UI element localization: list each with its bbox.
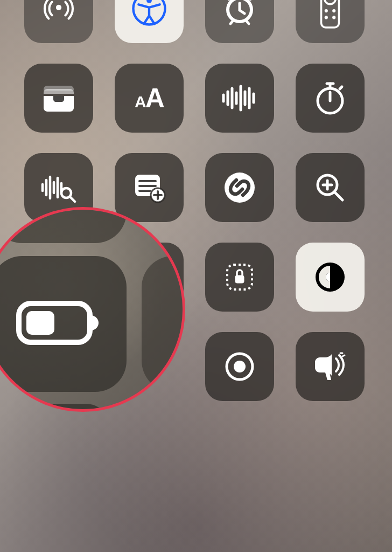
voice-memos-icon [220,84,259,112]
svg-line-30 [70,197,75,202]
svg-point-8 [325,16,328,19]
stopwatch-icon [314,80,346,116]
voice-memos-tile[interactable] [205,64,274,133]
screen-recording-icon [224,351,255,382]
airdrop-tile[interactable] [24,0,93,43]
low-power-mode-icon [16,299,102,349]
screen-recording-tile[interactable] [205,332,274,401]
airdrop-icon [41,0,76,26]
quick-note-icon [132,171,166,204]
lens-adjacent-bottom-tile [9,404,111,412]
low-power-mode-tile[interactable] [0,256,127,392]
stopwatch-tile[interactable] [296,64,365,133]
alarm-tile[interactable] [205,0,274,43]
svg-line-22 [340,87,342,89]
text-size-icon: AA [135,82,164,114]
wallet-tile[interactable] [24,64,93,133]
svg-point-9 [332,16,335,19]
shazam-icon [222,170,257,205]
svg-rect-52 [26,311,54,335]
svg-point-7 [332,9,335,12]
apple-tv-remote-icon [318,0,342,29]
quick-note-tile[interactable] [115,153,184,222]
accessibility-tile[interactable] [115,0,184,43]
svg-rect-44 [235,275,244,283]
svg-point-48 [234,361,246,372]
guided-access-icon [223,261,256,293]
svg-line-40 [334,192,342,200]
lens-adjacent-top-tile [0,207,127,243]
lens-content [0,210,183,409]
svg-line-50 [342,355,345,356]
magnifier-tile[interactable] [296,153,365,222]
dark-mode-tile[interactable] [296,243,365,312]
svg-point-2 [146,0,152,3]
shazam-tile[interactable] [205,153,274,222]
announce-notifications-icon [312,351,348,382]
accessibility-icon [130,0,168,27]
svg-point-6 [325,9,328,12]
sound-recognition-icon [39,172,78,203]
svg-point-0 [56,5,61,10]
text-size-tile[interactable]: AA [115,64,184,133]
remote-tile[interactable] [296,0,365,43]
guided-access-tile[interactable] [205,243,274,312]
dark-mode-icon [314,261,346,293]
magnifier-icon [313,171,347,204]
svg-point-5 [325,0,336,4]
announce-notifications-tile[interactable] [296,332,365,401]
alarm-icon [222,0,257,26]
wallet-icon [40,83,77,113]
